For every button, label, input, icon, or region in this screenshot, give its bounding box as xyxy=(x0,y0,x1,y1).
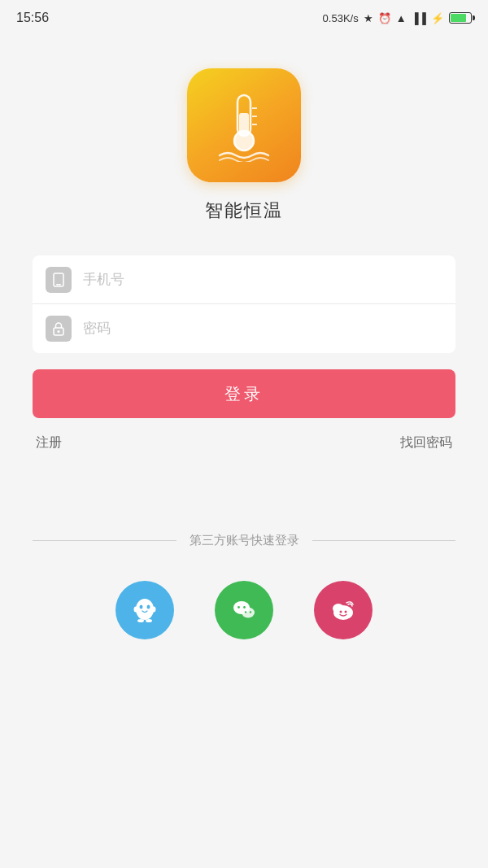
svg-point-26 xyxy=(340,611,342,613)
signal-bar-icon: ▐▐ xyxy=(412,12,426,24)
phone-input-row xyxy=(33,255,455,304)
svg-point-13 xyxy=(147,605,150,609)
phone-input[interactable] xyxy=(83,272,442,288)
svg-point-12 xyxy=(140,605,143,609)
svg-point-27 xyxy=(345,611,347,613)
svg-point-25 xyxy=(333,604,344,613)
register-link[interactable]: 注册 xyxy=(36,434,62,451)
svg-point-23 xyxy=(250,611,251,613)
password-input-row xyxy=(33,304,455,353)
svg-rect-8 xyxy=(56,284,61,286)
main-content: 智能恒温 登录 注册 找回密码 xyxy=(0,36,488,639)
svg-point-11 xyxy=(136,599,154,620)
alarm-icon: ⏰ xyxy=(378,12,391,24)
password-input[interactable] xyxy=(83,321,442,337)
battery-fill xyxy=(451,14,466,22)
weibo-icon xyxy=(328,595,359,626)
wechat-icon xyxy=(229,595,259,626)
network-speed: 0.53K/s xyxy=(323,12,359,24)
divider-line-left xyxy=(33,540,176,541)
wechat-login-button[interactable] xyxy=(215,581,273,639)
status-time: 15:56 xyxy=(16,11,49,25)
svg-point-22 xyxy=(245,611,246,613)
app-name: 智能恒温 xyxy=(205,198,283,223)
svg-point-20 xyxy=(237,606,240,608)
third-party-title: 第三方账号快速登录 xyxy=(176,533,312,548)
qq-icon xyxy=(129,595,160,626)
weibo-login-button[interactable] xyxy=(314,581,373,639)
phone-icon xyxy=(46,267,72,293)
qq-login-button[interactable] xyxy=(115,581,174,639)
status-bar: 15:56 0.53K/s ★ ⏰ ▲ ▐▐ ⚡ xyxy=(0,0,488,36)
login-button[interactable]: 登录 xyxy=(33,369,455,418)
login-form xyxy=(33,255,455,353)
forgot-password-link[interactable]: 找回密码 xyxy=(400,434,452,451)
status-right-icons: 0.53K/s ★ ⏰ ▲ ▐▐ ⚡ xyxy=(323,12,472,24)
links-row: 注册 找回密码 xyxy=(33,434,455,451)
social-login-row xyxy=(115,581,373,639)
battery-icon xyxy=(449,12,472,24)
thermometer-svg xyxy=(211,89,277,162)
svg-point-10 xyxy=(58,330,60,333)
svg-point-14 xyxy=(134,607,138,613)
wifi-icon: ▲ xyxy=(396,12,407,24)
divider-line-right xyxy=(312,540,456,541)
svg-point-17 xyxy=(146,619,152,622)
svg-point-21 xyxy=(243,606,246,608)
bluetooth-icon: ★ xyxy=(364,12,373,24)
app-icon xyxy=(187,68,301,182)
svg-point-19 xyxy=(242,608,255,618)
svg-point-15 xyxy=(152,607,156,613)
lock-icon xyxy=(46,316,72,342)
third-party-divider: 第三方账号快速登录 xyxy=(33,533,455,548)
svg-point-16 xyxy=(137,619,144,622)
signal-bar2-icon: ⚡ xyxy=(431,12,444,24)
